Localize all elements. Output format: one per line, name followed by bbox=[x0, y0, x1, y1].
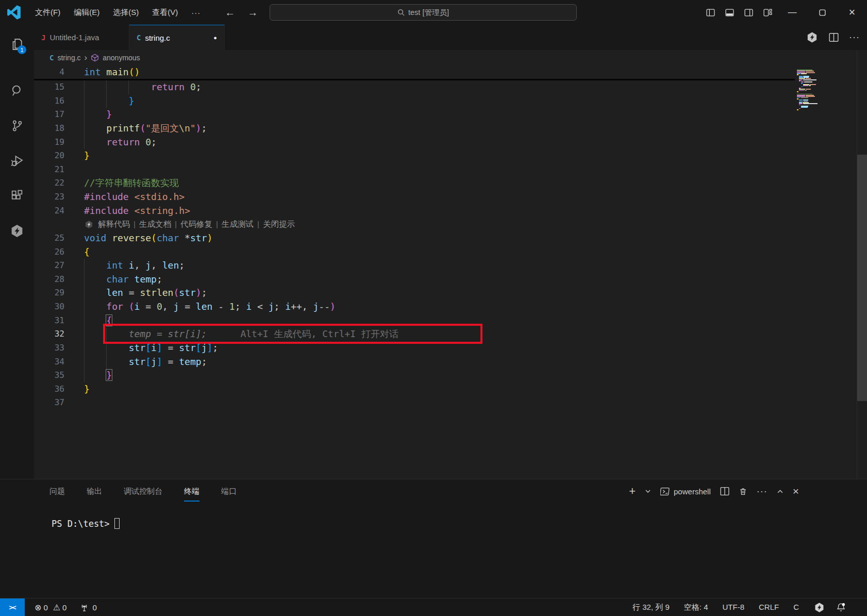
code-line[interactable]: 23#include <stdio.h> bbox=[34, 190, 857, 204]
maximize-panel-icon[interactable] bbox=[777, 488, 783, 495]
split-terminal-icon[interactable] bbox=[720, 487, 729, 496]
panel-tab[interactable]: 输出 bbox=[87, 487, 102, 502]
new-terminal-button[interactable]: + bbox=[629, 485, 636, 498]
code-token bbox=[101, 66, 107, 77]
code-token: { bbox=[84, 246, 90, 257]
line-number: 19 bbox=[34, 136, 64, 149]
close-panel-icon[interactable]: × bbox=[793, 485, 799, 497]
ports-status[interactable]: 0 bbox=[75, 598, 101, 616]
maximize-button[interactable] bbox=[807, 0, 837, 25]
back-arrow-icon[interactable]: ← bbox=[219, 7, 241, 19]
status-bar-item[interactable]: CRLF bbox=[759, 603, 779, 612]
status-bar-item[interactable]: C bbox=[793, 603, 799, 612]
code-line[interactable]: 34 str[j] = temp; bbox=[34, 355, 857, 369]
editor-scrollbar-slider[interactable] bbox=[857, 155, 867, 401]
code-line[interactable]: 24#include <string.h> bbox=[34, 204, 857, 218]
code-line[interactable]: 35 } bbox=[34, 369, 857, 382]
panel-tab[interactable]: 问题 bbox=[49, 487, 65, 502]
bell-icon[interactable] bbox=[836, 602, 846, 613]
code-editor[interactable]: 15 return 0;16 }17 }18 printf("是回文\n");1… bbox=[34, 80, 857, 421]
toggle-primary-sidebar-icon[interactable] bbox=[701, 0, 720, 25]
code-line[interactable]: 17 } bbox=[34, 108, 857, 122]
breadcrumb-symbol[interactable]: anonymous bbox=[103, 54, 140, 62]
code-line[interactable]: 22//字符串翻转函数实现 bbox=[34, 176, 857, 190]
code-line[interactable]: 19 return 0; bbox=[34, 136, 857, 149]
panel-tab[interactable]: 端口 bbox=[221, 487, 237, 502]
editor-tab-bar: JUntitled-1.javaCstring.c● bbox=[34, 25, 867, 50]
toggle-panel-icon[interactable] bbox=[720, 0, 739, 25]
code-token bbox=[123, 301, 129, 312]
code-token: return bbox=[106, 137, 140, 147]
command-center-search[interactable]: test [管理员] bbox=[270, 4, 577, 21]
terminal-content[interactable]: PS D:\test> bbox=[52, 518, 120, 529]
customize-layout-icon[interactable] bbox=[758, 0, 777, 25]
split-editor-icon[interactable] bbox=[829, 32, 839, 42]
codelens-action[interactable]: 关闭提示 bbox=[263, 220, 295, 228]
search-view-icon[interactable] bbox=[0, 77, 34, 104]
menu-item[interactable]: 文件(F) bbox=[28, 5, 67, 20]
file-type-icon: J bbox=[41, 34, 45, 42]
code-token: } bbox=[84, 150, 90, 161]
code-line[interactable]: 21 bbox=[34, 163, 857, 177]
toggle-secondary-sidebar-icon[interactable] bbox=[739, 0, 758, 25]
panel-more-actions-icon[interactable]: ··· bbox=[757, 486, 768, 497]
minimap[interactable] bbox=[797, 70, 828, 110]
ai-plugin-status-icon[interactable] bbox=[813, 602, 825, 613]
code-line[interactable]: 20} bbox=[34, 149, 857, 163]
kill-terminal-icon[interactable] bbox=[739, 487, 747, 496]
status-bar-item[interactable]: UTF-8 bbox=[722, 603, 744, 612]
code-line[interactable]: 29 len = strlen(str); bbox=[34, 286, 857, 300]
code-token: - bbox=[212, 301, 229, 312]
breadcrumb[interactable]: C string.c › anonymous bbox=[49, 50, 140, 65]
menu-item[interactable]: 查看(V) bbox=[145, 5, 185, 20]
codelens-action[interactable]: 代码修复 bbox=[180, 220, 212, 228]
code-line[interactable]: 30 for (i = 0, j = len - 1; i < j; i++, … bbox=[34, 300, 857, 314]
line-number: 16 bbox=[34, 94, 64, 108]
terminal-instance-item[interactable]: powershell bbox=[660, 487, 711, 496]
problems-status[interactable]: ⊗ 0 ⚠ 0 bbox=[30, 598, 71, 616]
code-line[interactable]: 18 printf("是回文\n"); bbox=[34, 122, 857, 136]
panel-tab[interactable]: 调试控制台 bbox=[124, 487, 162, 502]
breadcrumb-file[interactable]: string.c bbox=[57, 54, 80, 62]
codelens-separator: | bbox=[130, 220, 139, 228]
forward-arrow-icon[interactable]: → bbox=[241, 7, 264, 19]
remote-indicator[interactable]: >< bbox=[0, 598, 25, 616]
close-window-button[interactable]: × bbox=[837, 0, 867, 25]
code-token: str bbox=[129, 342, 146, 353]
menu-item[interactable]: 选择(S) bbox=[106, 5, 145, 20]
code-token bbox=[84, 123, 106, 134]
code-line[interactable]: 37 bbox=[34, 396, 857, 410]
explorer-icon[interactable]: 1 bbox=[0, 31, 34, 58]
codelens-action[interactable]: 解释代码 bbox=[98, 220, 130, 228]
code-token: = bbox=[140, 301, 157, 312]
run-debug-icon[interactable] bbox=[0, 147, 34, 174]
editor-more-actions-icon[interactable]: ··· bbox=[849, 32, 860, 43]
status-bar-item[interactable]: 行 32, 列 9 bbox=[632, 603, 670, 612]
code-line[interactable]: 36} bbox=[34, 382, 857, 396]
editor-tab[interactable]: JUntitled-1.java bbox=[34, 25, 129, 50]
code-line[interactable]: 15 return 0; bbox=[34, 80, 857, 94]
terminal-dropdown-icon[interactable] bbox=[645, 488, 651, 494]
code-line[interactable]: 27 int i, j, len; bbox=[34, 259, 857, 273]
codelens-action[interactable]: 生成文档 bbox=[139, 220, 171, 228]
modified-dot-icon[interactable]: ● bbox=[213, 35, 217, 41]
code-line[interactable]: 25void reverse(char *str) bbox=[34, 231, 857, 245]
menu-item[interactable]: 编辑(E) bbox=[67, 5, 106, 20]
extensions-icon[interactable] bbox=[0, 182, 34, 209]
code-line[interactable]: 16 } bbox=[34, 94, 857, 108]
line-content: return 0; bbox=[84, 136, 157, 149]
code-token bbox=[129, 191, 135, 202]
source-control-icon[interactable] bbox=[0, 112, 34, 139]
panel-tab[interactable]: 终端 bbox=[184, 487, 199, 502]
minimize-button[interactable]: — bbox=[777, 0, 807, 25]
ai-plugin-toolbar-icon[interactable] bbox=[806, 31, 819, 44]
status-bar-item[interactable]: 空格: 4 bbox=[684, 603, 708, 612]
code-line[interactable]: 26{ bbox=[34, 245, 857, 259]
code-line[interactable]: 28 char temp; bbox=[34, 273, 857, 287]
sticky-scroll-line[interactable]: 4 int main() bbox=[34, 65, 795, 80]
codelens-action[interactable]: 生成测试 bbox=[222, 220, 254, 228]
editor-tab[interactable]: Cstring.c● bbox=[129, 25, 225, 50]
code-token: i bbox=[285, 301, 291, 312]
ai-assistant-view-icon[interactable] bbox=[0, 218, 34, 244]
menu-more-button[interactable]: ··· bbox=[185, 6, 207, 20]
